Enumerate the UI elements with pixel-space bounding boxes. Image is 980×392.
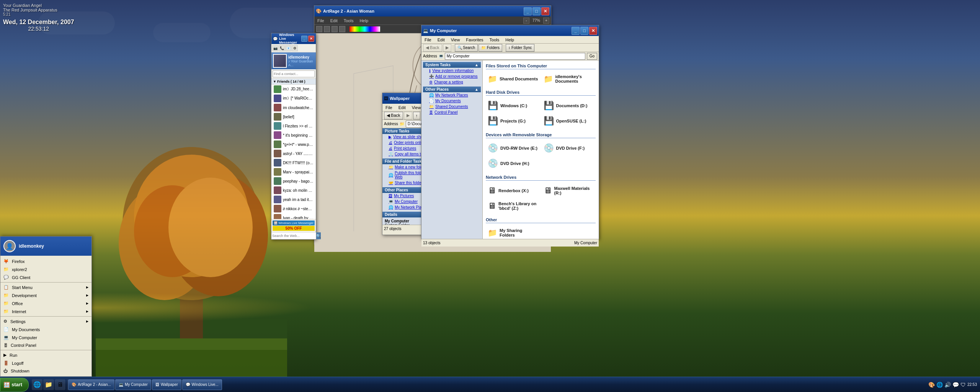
msn-contact-7[interactable]: astryl - YAY ......... NO M... [271,149,316,158]
msn-contact-12[interactable]: yeah im a tad itey tardec... [271,195,316,204]
add-remove-programs-item[interactable]: ➕ Add or remove programs [423,74,481,79]
tray-icon-network[interactable]: 🌐 [936,382,943,388]
wallpaper-back-btn[interactable]: ◀ Back [384,112,403,119]
artrage-tool-1[interactable] [316,26,322,32]
taskbar-wallpaper[interactable]: 🖼 Wallpaper [152,379,181,390]
msn-contact-9[interactable]: Marv - spraypains... [271,167,316,176]
start-menu-gg[interactable]: 💬 GG Client [0,273,91,281]
msn-contact-6[interactable]: *g+l+t* - www.perfectwo... [271,140,316,149]
control-panel-item[interactable]: 🎛 Control Panel [423,109,481,115]
dvdrw-e-drive[interactable]: 💿 DVD-RW Drive (E:) [486,141,540,155]
system-tasks-header[interactable]: System Tasks ▲ [423,62,481,68]
mc-other-places-header[interactable]: Other Places ▲ [423,87,481,92]
view-sysinfo-item[interactable]: ℹ View system information [423,68,481,74]
artrage-color-bar[interactable] [350,26,380,32]
start-menu-logoff[interactable]: 🚪 Logoff [0,359,91,367]
mc-forward-btn[interactable]: ▶ [443,44,451,52]
artrage-tool-2[interactable] [324,26,330,32]
change-setting-item[interactable]: ⚙ Change a setting [423,79,481,85]
mc-view-menu[interactable]: View [449,38,462,42]
user-documents-drive[interactable]: 📁 idlemonkey's Documents [542,72,596,85]
artrage-tool-4[interactable] [339,26,345,32]
artrage-close-btn[interactable]: ✕ [541,7,549,15]
taskbar-artrage[interactable]: 🎨 ArtRage 2 - Asian... [68,379,114,390]
mc-address-input[interactable] [445,53,585,60]
my-network-places-item[interactable]: 🌐 My Network Places [423,92,481,98]
msn-minimize-btn[interactable]: _ [301,36,307,42]
dvd-f-drive[interactable]: 💿 DVD Drive (F:) [542,141,596,155]
msn-close-btn[interactable]: ✕ [308,36,314,42]
wallpaper-view-menu[interactable]: View [410,105,423,110]
quicklaunch-desktop[interactable]: 🖥 [55,379,65,390]
start-menu-firefox[interactable]: 🦊 Firefox [0,257,91,265]
my-computer-minimize-btn[interactable]: _ [572,27,580,35]
mc-favorites-menu[interactable]: Favorites [464,38,485,42]
msn-contact-2[interactable]: im cloudwatcher - Romanc [271,103,316,112]
artrage-edit-menu[interactable]: Edit [329,18,339,23]
my-computer-close-btn[interactable]: ✕ [589,27,597,35]
start-menu-mycomputer[interactable]: 💻 My Computer [0,333,91,341]
artrage-tools-menu[interactable]: Tools [342,18,355,23]
artrage-zoom-out-btn[interactable]: - [523,18,529,24]
msn-contact-1[interactable]: im》[* WaRlOcK *] - - ∂∞Y [271,94,316,103]
start-menu-development[interactable]: 📁 Development ▶ [0,291,91,299]
msn-btn-2[interactable]: 📞 [279,45,285,51]
wallpaper-up-btn[interactable]: ↑ [413,112,421,119]
system-clock[interactable]: 22:53 [967,382,977,387]
mc-tools-menu[interactable]: Tools [488,38,501,42]
start-menu-shutdown[interactable]: ⏻ Shutdown [0,367,91,375]
start-menu-xplorer[interactable]: 📁 xplorer2 [0,265,91,273]
shared-documents-drive[interactable]: 📁 Shared Documents [486,72,540,85]
tray-icon-photoshop[interactable]: 🎨 [928,382,935,388]
mc-help-menu[interactable]: Help [504,38,516,42]
start-menu-office[interactable]: 📁 Office ▶ [0,299,91,307]
start-menu-startmenu[interactable]: 📋 Start Menu ▶ [0,283,91,291]
windows-c-drive[interactable]: 💾 Windows (C:) [486,99,540,113]
msn-contact-14[interactable]: Ivan - death by studio... [271,213,316,219]
shared-documents-item[interactable]: 📁 Shared Documents [423,104,481,109]
wallpaper-file-menu[interactable]: File [384,105,394,110]
msn-contact-8[interactable]: DK!!! FTW!!!! (ownage!) d... [271,158,316,167]
mc-search-btn[interactable]: 🔍 Search [455,44,478,52]
artrage-help-menu[interactable]: Help [358,18,370,23]
mc-back-btn[interactable]: ◀ Back [423,44,442,52]
bench-z-drive[interactable]: 🖥 Bench's Library on 'bbcd' (Z:) [486,199,540,213]
opensuse-l-drive[interactable]: 💾 OpenSUSE (L:) [542,114,596,128]
quicklaunch-browser[interactable]: 🌐 [32,379,42,390]
taskbar-msn[interactable]: 💬 Windows Live... [182,379,222,390]
my-sharing-item[interactable]: 📁 My Sharing Folders [486,226,540,239]
artrage-tool-3[interactable] [332,26,338,32]
msn-ad-banner[interactable]: 🪟 Windows Live Messenger [273,220,315,225]
start-menu-settings[interactable]: ⚙ Settings ▶ [0,317,91,325]
msn-btn-1[interactable]: 📷 [272,45,278,51]
quicklaunch-explorer[interactable]: 📁 [43,379,54,390]
msn-btn-3[interactable]: 📧 [285,45,291,51]
documents-d-drive[interactable]: 💾 Documents (D:) [542,99,596,113]
my-computer-maximize-btn[interactable]: □ [580,27,588,35]
msn-discount-badge[interactable]: 50% OFF [273,226,315,231]
msn-contact-5[interactable]: * it's beginning to look alot f... [271,131,316,140]
tray-icon-volume[interactable]: 🔊 [944,382,951,388]
maxwell-r-drive[interactable]: 🖥 Maxwell Materials (R:) [542,184,596,198]
projects-g-drive[interactable]: 💾 Projects (G:) [486,114,540,128]
tray-icon-security[interactable]: 🛡 [960,382,966,388]
start-button[interactable]: 🪟 start [0,378,29,392]
msn-search-btn[interactable]: 🔍 [316,232,321,239]
mc-folders-btn[interactable]: 📁 Folders [479,44,502,52]
artrage-file-menu[interactable]: File [316,18,326,23]
msn-btn-4[interactable]: ⚙ [292,45,298,51]
msn-contact-3[interactable]: [belief] [271,112,316,121]
tray-icon-messenger[interactable]: 💬 [952,382,959,388]
mc-folder-sync-btn[interactable]: ↕ Folder Sync [506,44,534,52]
mc-go-btn[interactable]: Go [587,53,597,60]
mc-file-menu[interactable]: File [423,38,433,42]
start-menu-run[interactable]: ▶ Run [0,351,91,359]
artrage-minimize-btn[interactable]: _ [524,7,532,15]
my-documents-item[interactable]: 📄 My Documents [423,98,481,104]
msn-friends-header[interactable]: ▼ Friends ( 14 / 68 ) [271,79,316,85]
renderbox-x-drive[interactable]: 🖥 Renderbox (X:) [486,184,540,198]
start-menu-internet[interactable]: 📁 Internet ▶ [0,307,91,315]
artrage-zoom-in-btn[interactable]: + [543,18,549,24]
mc-edit-menu[interactable]: Edit [436,38,446,42]
start-menu-mydocs[interactable]: 📄 My Documents [0,325,91,333]
